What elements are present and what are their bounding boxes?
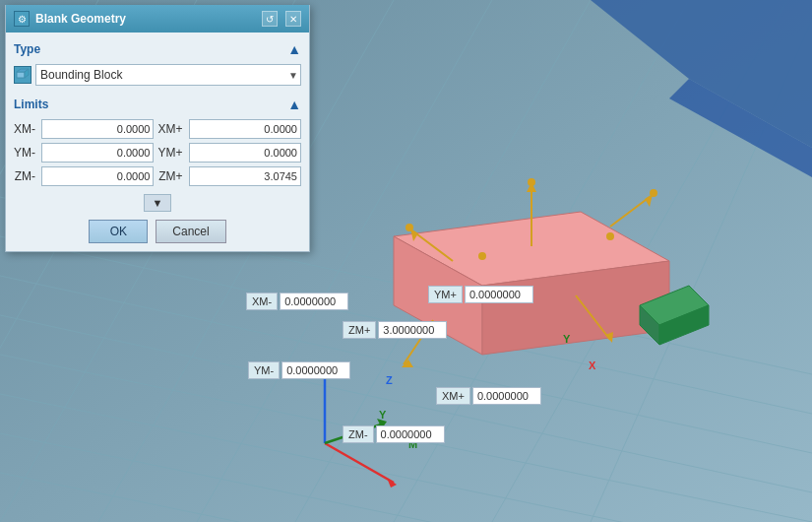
svg-text:Y: Y — [379, 409, 387, 421]
svg-text:X: X — [589, 359, 596, 371]
type-dropdown-wrapper: Bounding Block ▼ — [14, 64, 301, 86]
coord-yp-label: YM+ 0.0000000 — [428, 286, 533, 303]
coord-ym-text: YM- — [248, 361, 280, 379]
svg-point-36 — [650, 189, 657, 197]
svg-point-39 — [478, 252, 486, 260]
dialog-icon: ⚙ — [14, 11, 30, 27]
dialog-panel: ⚙ Blank Geometry ↺ ✕ Type ▲ Bounding — [5, 5, 310, 252]
svg-point-37 — [406, 224, 413, 231]
coord-zm-value[interactable]: 0.0000000 — [376, 425, 445, 443]
limits-label: Limits — [14, 98, 48, 111]
dialog-title: Blank Geometry — [35, 12, 254, 26]
limits-section: Limits ▲ XM- XM+ YM- YM+ ZM- ZM+ — [14, 96, 301, 186]
ym-plus-input[interactable] — [189, 143, 302, 163]
dialog-title-bar: ⚙ Blank Geometry ↺ ✕ — [6, 5, 309, 33]
coord-ym-label: YM- 0.0000000 — [248, 361, 350, 379]
type-label: Type — [14, 42, 40, 56]
coord-zp-value[interactable]: 3.0000000 — [378, 321, 447, 339]
svg-rect-54 — [17, 72, 25, 78]
xm-plus-input[interactable] — [189, 119, 302, 139]
type-collapse-btn[interactable]: ▲ — [287, 42, 301, 56]
xm-plus-label: XM+ — [157, 122, 184, 136]
cancel-button[interactable]: Cancel — [156, 220, 225, 243]
close-button[interactable]: ✕ — [285, 11, 301, 27]
xm-minus-input[interactable] — [41, 119, 154, 139]
zm-minus-label: ZM- — [14, 169, 37, 183]
more-button[interactable]: ▼ — [144, 194, 172, 212]
coord-xm-value[interactable]: 0.0000000 — [280, 293, 348, 310]
type-section-header: Type ▲ — [14, 40, 301, 58]
action-buttons: OK Cancel — [14, 220, 301, 243]
limits-collapse-btn[interactable]: ▲ — [287, 98, 301, 111]
coord-xp-label: XM+ 0.0000000 — [436, 387, 541, 405]
more-section: ▼ — [14, 194, 301, 212]
coord-xm-label: XM- 0.0000000 — [246, 293, 348, 310]
coord-zm-text: ZM- — [343, 425, 374, 443]
svg-text:Y: Y — [563, 333, 571, 345]
reset-button[interactable]: ↺ — [262, 11, 278, 27]
coord-ym-value[interactable]: 0.0000000 — [281, 361, 350, 379]
ym-minus-input[interactable] — [41, 143, 154, 163]
coord-zp-text: ZM+ — [343, 321, 376, 339]
coord-zp-label: ZM+ 3.0000000 — [343, 321, 447, 339]
dialog-body: Type ▲ Bounding Block ▼ L — [6, 33, 309, 251]
svg-point-35 — [528, 178, 535, 186]
svg-text:Z: Z — [386, 374, 393, 386]
type-section: Type ▲ Bounding Block ▼ — [14, 40, 301, 86]
coord-yp-value[interactable]: 0.0000000 — [465, 286, 533, 303]
svg-point-38 — [606, 232, 614, 240]
ym-minus-label: YM- — [14, 146, 37, 160]
coord-xm-text: XM- — [246, 293, 278, 310]
coord-xp-value[interactable]: 0.0000000 — [472, 387, 541, 405]
limits-grid: XM- XM+ YM- YM+ ZM- ZM+ — [14, 119, 301, 186]
bounding-block-icon — [14, 66, 31, 84]
limits-section-header: Limits ▲ — [14, 96, 301, 113]
type-select[interactable]: Bounding Block — [35, 64, 301, 86]
xm-minus-label: XM- — [14, 122, 37, 136]
zm-plus-input[interactable] — [189, 166, 302, 186]
ym-plus-label: YM+ — [157, 146, 184, 160]
zm-plus-label: ZM+ — [157, 169, 184, 183]
coord-yp-text: YM+ — [428, 286, 463, 303]
coord-zm-label: ZM- 0.0000000 — [343, 425, 445, 443]
ok-button[interactable]: OK — [89, 220, 148, 243]
zm-minus-input[interactable] — [41, 166, 154, 186]
coord-xp-text: XM+ — [436, 387, 470, 405]
